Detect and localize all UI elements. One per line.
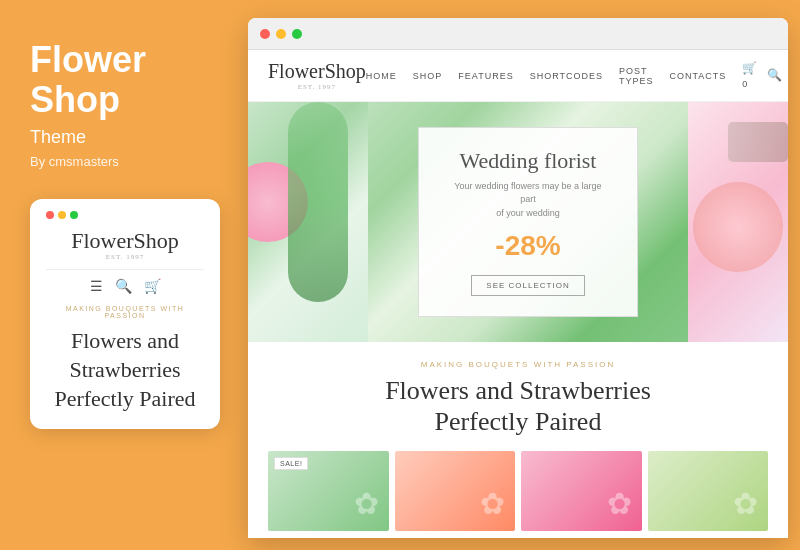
- shop-logo-text: FlowerShop: [268, 60, 366, 83]
- cart-icon[interactable]: 🛒 0: [742, 61, 757, 91]
- hero-center: Wedding florist Your wedding flowers may…: [368, 102, 688, 342]
- mobile-heading: Flowers and Strawberries Perfectly Paire…: [46, 327, 204, 413]
- left-panel: Flower Shop Theme By cmsmasters FlowerSh…: [0, 0, 248, 550]
- nav-features[interactable]: Features: [458, 71, 513, 81]
- nav-contacts[interactable]: Contacts: [670, 71, 727, 81]
- browser-mockup: FlowerShop EST. 1997 Home Shop Features …: [248, 18, 788, 538]
- hamburger-icon[interactable]: ☰: [90, 278, 103, 295]
- product-thumb-1[interactable]: SALE!: [268, 451, 389, 531]
- nav-shop[interactable]: Shop: [413, 71, 443, 81]
- hero-image-left: [248, 102, 368, 342]
- mobile-nav-icons: ☰ 🔍 🛒: [46, 269, 204, 295]
- cart-icon[interactable]: 🛒: [144, 278, 161, 295]
- theme-title: Flower Shop: [30, 40, 218, 119]
- product-thumb-2[interactable]: [395, 451, 516, 531]
- product-thumb-3[interactable]: [521, 451, 642, 531]
- shop-logo-est: EST. 1997: [268, 83, 366, 91]
- mobile-logo: FlowerShop EST. 1997: [46, 229, 204, 261]
- nav-post-types[interactable]: Post Types: [619, 66, 654, 86]
- search-icon[interactable]: 🔍: [767, 68, 782, 83]
- shop-navbar: FlowerShop EST. 1997 Home Shop Features …: [248, 50, 788, 102]
- see-collection-button[interactable]: See Collection: [471, 275, 584, 296]
- theme-subtitle: Theme: [30, 127, 218, 148]
- product-row: SALE!: [268, 451, 768, 531]
- browser-dot-maximize[interactable]: [292, 29, 302, 39]
- hero-image-right: [688, 102, 788, 342]
- theme-author: By cmsmasters: [30, 154, 218, 169]
- sale-badge: SALE!: [274, 457, 308, 470]
- mobile-card-dots: [46, 211, 204, 219]
- mobile-preview-card: FlowerShop EST. 1997 ☰ 🔍 🛒 Making Bouque…: [30, 199, 220, 429]
- section-tagline: Making Bouquets with Passion: [268, 360, 768, 369]
- browser-dot-minimize[interactable]: [276, 29, 286, 39]
- promo-discount: -28%: [447, 230, 609, 262]
- nav-home[interactable]: Home: [366, 71, 397, 81]
- promo-box: Wedding florist Your wedding flowers may…: [418, 127, 638, 318]
- shop-logo: FlowerShop EST. 1997: [268, 60, 366, 91]
- product-thumb-4[interactable]: [648, 451, 769, 531]
- section-heading: Flowers and Strawberries Perfectly Paire…: [268, 375, 768, 437]
- shop-nav-icons: 🛒 0 🔍: [742, 61, 782, 91]
- dot-green: [70, 211, 78, 219]
- hero-section: Wedding florist Your wedding flowers may…: [248, 102, 788, 342]
- search-icon[interactable]: 🔍: [115, 278, 132, 295]
- browser-dot-close[interactable]: [260, 29, 270, 39]
- browser-bar: [248, 18, 788, 50]
- below-hero: Making Bouquets with Passion Flowers and…: [248, 342, 788, 538]
- promo-sub: Your wedding flowers may be a large part…: [447, 180, 609, 221]
- mobile-logo-text: FlowerShop: [46, 229, 204, 253]
- dot-yellow: [58, 211, 66, 219]
- nav-shortcodes[interactable]: Shortcodes: [530, 71, 603, 81]
- promo-title: Wedding florist: [447, 148, 609, 174]
- mobile-tagline: Making Bouquets with Passion: [46, 305, 204, 319]
- mobile-logo-est: EST. 1997: [46, 253, 204, 261]
- dot-red: [46, 211, 54, 219]
- shop-nav-links: Home Shop Features Shortcodes Post Types…: [366, 66, 727, 86]
